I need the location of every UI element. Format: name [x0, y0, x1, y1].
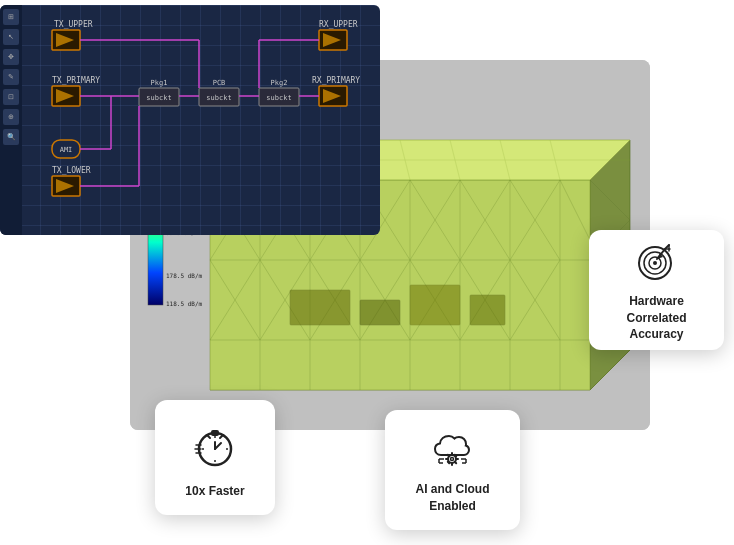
cloud-card: AI and Cloud Enabled	[385, 410, 520, 530]
accuracy-card: Hardware Correlated Accuracy	[589, 230, 724, 350]
svg-text:TX_PRIMARY: TX_PRIMARY	[52, 76, 100, 85]
svg-rect-100	[290, 290, 350, 325]
circuit-toolbar: ⊞ ↖ ✥ ✎ ⊡ ⊕ 🔍	[0, 5, 22, 235]
svg-line-134	[454, 455, 455, 456]
toolbar-btn-1[interactable]: ⊞	[3, 9, 19, 25]
svg-text:subckt: subckt	[146, 94, 171, 102]
svg-text:subckt: subckt	[206, 94, 231, 102]
svg-text:178.5 dB/m: 178.5 dB/m	[166, 272, 203, 279]
svg-line-116	[220, 435, 223, 438]
svg-line-133	[454, 462, 455, 463]
cloud-icon	[429, 425, 477, 473]
svg-text:TX_UPPER: TX_UPPER	[54, 20, 93, 29]
svg-text:TX_LOWER: TX_LOWER	[52, 166, 91, 175]
toolbar-btn-5[interactable]: ⊡	[3, 89, 19, 105]
svg-text:Pkg2: Pkg2	[271, 79, 288, 87]
svg-line-115	[207, 435, 210, 438]
circuit-panel: ⊞ ↖ ✥ ✎ ⊡ ⊕ 🔍 TX_UPPER TX_PRIMARY TX_LOW…	[0, 5, 380, 235]
toolbar-btn-6[interactable]: ⊕	[3, 109, 19, 125]
cloud-icon-wrapper	[423, 425, 483, 473]
accuracy-label: Hardware Correlated Accuracy	[604, 293, 709, 343]
stopwatch-icon-wrapper	[185, 415, 245, 475]
toolbar-btn-3[interactable]: ✥	[3, 49, 19, 65]
svg-line-135	[447, 462, 448, 463]
svg-text:RX_PRIMARY: RX_PRIMARY	[312, 76, 360, 85]
svg-text:Pkg1: Pkg1	[151, 79, 168, 87]
toolbar-btn-7[interactable]: 🔍	[3, 129, 19, 145]
toolbar-btn-4[interactable]: ✎	[3, 69, 19, 85]
cloud-label: AI and Cloud Enabled	[400, 481, 505, 515]
toolbar-btn-2[interactable]: ↖	[3, 29, 19, 45]
svg-text:RX_UPPER: RX_UPPER	[319, 20, 358, 29]
target-icon-wrapper	[627, 237, 687, 285]
svg-line-132	[447, 455, 448, 456]
svg-text:118.5 dB/m: 118.5 dB/m	[166, 300, 203, 307]
svg-point-145	[653, 261, 657, 265]
svg-rect-103	[470, 295, 505, 325]
svg-point-127	[450, 458, 453, 461]
svg-text:PCB: PCB	[213, 79, 226, 87]
speed-card: 10x Faster	[155, 400, 275, 515]
target-icon	[633, 237, 681, 285]
stopwatch-icon	[191, 421, 239, 469]
main-scene: ⊞ ↖ ✥ ✎ ⊡ ⊕ 🔍 TX_UPPER TX_PRIMARY TX_LOW…	[0, 0, 734, 545]
svg-text:subckt: subckt	[266, 94, 291, 102]
svg-rect-102	[410, 285, 460, 325]
svg-text:AMI: AMI	[60, 146, 73, 154]
svg-rect-101	[360, 300, 400, 325]
speed-label: 10x Faster	[185, 483, 244, 500]
